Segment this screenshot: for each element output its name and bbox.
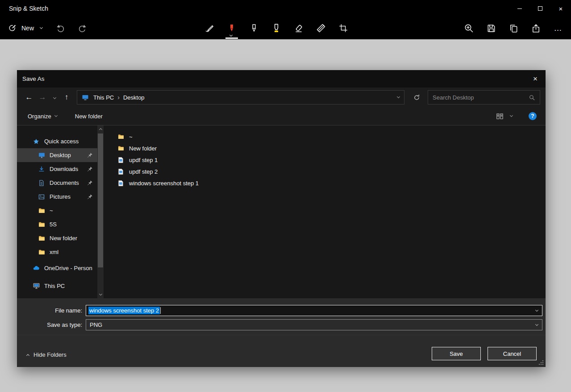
sidebar-item-pictures[interactable]: Pictures	[17, 190, 97, 204]
address-dropdown-chevron-icon[interactable]	[397, 95, 400, 98]
breadcrumb-this-pc[interactable]: This PC	[92, 94, 116, 101]
scroll-up-icon[interactable]	[97, 125, 104, 133]
dialog-title: Save As	[22, 75, 45, 82]
back-icon: ←	[25, 93, 33, 102]
crop-tool-button[interactable]	[336, 17, 351, 39]
more-options-button[interactable]: …	[551, 19, 565, 37]
file-name-input[interactable]: windows screenshot step 2	[86, 305, 542, 316]
save-as-dialog: Save As × ← → ↑ This PC › Desktop	[17, 70, 546, 367]
hide-folders-label: Hide Folders	[33, 351, 67, 358]
folder-icon	[38, 207, 46, 214]
maximize-button[interactable]	[530, 0, 550, 17]
onedrive-cloud-icon	[32, 264, 40, 272]
copy-button[interactable]	[507, 19, 520, 37]
text-caret	[160, 307, 161, 314]
breadcrumb-desktop[interactable]: Desktop	[121, 94, 146, 101]
minimize-button[interactable]	[509, 0, 530, 17]
sidebar-item-home-folder[interactable]: ~	[17, 204, 97, 217]
cancel-button[interactable]: Cancel	[488, 347, 537, 360]
file-item-windows-screenshot-step-1[interactable]: windows screenshot step 1	[104, 177, 546, 189]
pencil-tool-button[interactable]	[246, 17, 262, 39]
redo-button[interactable]	[77, 23, 87, 33]
save-as-type-select[interactable]: PNG	[86, 319, 542, 330]
location-icon	[82, 94, 89, 101]
file-name: windows screenshot step 1	[129, 180, 199, 187]
eraser-tool-button[interactable]	[291, 17, 306, 39]
image-file-icon	[117, 180, 125, 187]
new-folder-label: New folder	[75, 113, 103, 120]
views-dropdown-chevron-icon[interactable]	[510, 114, 513, 117]
help-button[interactable]: ?	[529, 112, 537, 120]
dialog-titlebar: Save As ×	[17, 70, 546, 88]
sidebar-item-documents[interactable]: Documents	[17, 176, 97, 190]
organize-button[interactable]: Organize	[28, 113, 57, 120]
sidebar-item-label: ~	[50, 207, 53, 214]
pin-icon	[87, 194, 93, 200]
sidebar-item-onedrive[interactable]: OneDrive - Person	[17, 259, 97, 277]
folder-icon	[38, 221, 46, 228]
file-item-updf-step-2[interactable]: updf step 2	[104, 166, 546, 177]
folder-icon	[38, 248, 46, 256]
save-button[interactable]: Save	[432, 347, 481, 360]
views-icon[interactable]	[496, 112, 504, 121]
file-item-new-folder[interactable]: New folder	[104, 142, 546, 154]
sidebar-item-this-pc[interactable]: This PC	[17, 277, 97, 295]
new-button[interactable]: New	[21, 25, 34, 32]
address-bar[interactable]: This PC › Desktop	[77, 90, 404, 104]
sidebar-item-downloads[interactable]: Downloads	[17, 162, 97, 176]
scroll-down-icon[interactable]	[97, 291, 104, 298]
ruler-tool-button[interactable]	[313, 17, 329, 39]
scrollbar-thumb[interactable]	[98, 133, 103, 267]
sidebar-item-label: OneDrive - Person	[44, 265, 92, 271]
sidebar-item-new-folder[interactable]: New folder	[17, 231, 97, 245]
organize-label: Organize	[28, 113, 51, 120]
highlighter-tool-button[interactable]	[269, 17, 284, 39]
save-button[interactable]	[484, 19, 498, 37]
new-dropdown-chevron-icon[interactable]	[40, 26, 43, 29]
pin-icon	[87, 166, 93, 172]
close-button[interactable]: ×	[550, 0, 571, 17]
desktop-icon	[38, 151, 46, 159]
sidebar-item-label: Quick access	[44, 138, 79, 145]
file-item-home-folder[interactable]: ~	[104, 131, 546, 142]
file-name-dropdown-chevron-icon[interactable]	[535, 309, 538, 312]
new-folder-button[interactable]: New folder	[75, 113, 103, 120]
quick-access-star-icon	[32, 138, 40, 145]
minimize-icon	[517, 8, 522, 9]
recent-locations-button[interactable]	[49, 90, 60, 104]
window-controls: ×	[509, 0, 571, 17]
sidebar-scrollbar[interactable]	[97, 125, 104, 298]
sidebar-item-quick-access[interactable]: Quick access	[17, 134, 97, 148]
zoom-button[interactable]	[462, 19, 475, 37]
file-item-updf-step-1[interactable]: updf step 1	[104, 154, 546, 166]
up-button[interactable]: ↑	[60, 90, 73, 104]
up-icon: ↑	[65, 93, 69, 102]
undo-button[interactable]	[56, 23, 66, 33]
ballpoint-pen-tool-button[interactable]	[224, 17, 239, 39]
pen-options-chevron-icon[interactable]	[229, 33, 233, 37]
app-title: Snip & Sketch	[9, 5, 48, 12]
folder-icon	[117, 145, 125, 152]
resize-grip-icon[interactable]	[539, 360, 544, 365]
hide-folders-button[interactable]: Hide Folders	[27, 351, 67, 358]
share-button[interactable]	[529, 19, 542, 37]
touch-writing-tool-button[interactable]	[202, 17, 217, 39]
chevron-down-icon	[54, 114, 58, 117]
sidebar-item-xml[interactable]: xml	[17, 245, 97, 259]
forward-button[interactable]: →	[36, 90, 49, 104]
search-input[interactable]	[433, 94, 529, 101]
app-titlebar: Snip & Sketch ×	[0, 0, 571, 17]
cancel-label: Cancel	[503, 350, 521, 357]
sidebar-item-desktop[interactable]: Desktop	[17, 148, 97, 162]
navigation-pane: Quick access Desktop	[17, 125, 104, 298]
dialog-body: Quick access Desktop	[17, 125, 546, 298]
pin-icon	[87, 152, 93, 158]
refresh-button[interactable]	[409, 90, 424, 104]
dialog-close-button[interactable]: ×	[525, 70, 546, 88]
documents-icon	[38, 179, 46, 187]
sidebar-item-label: Downloads	[50, 166, 78, 172]
chevron-down-icon	[53, 96, 56, 99]
save-type-dropdown-chevron-icon[interactable]	[535, 323, 538, 326]
sidebar-item-5s[interactable]: 5S	[17, 217, 97, 231]
back-button[interactable]: ←	[22, 90, 36, 104]
